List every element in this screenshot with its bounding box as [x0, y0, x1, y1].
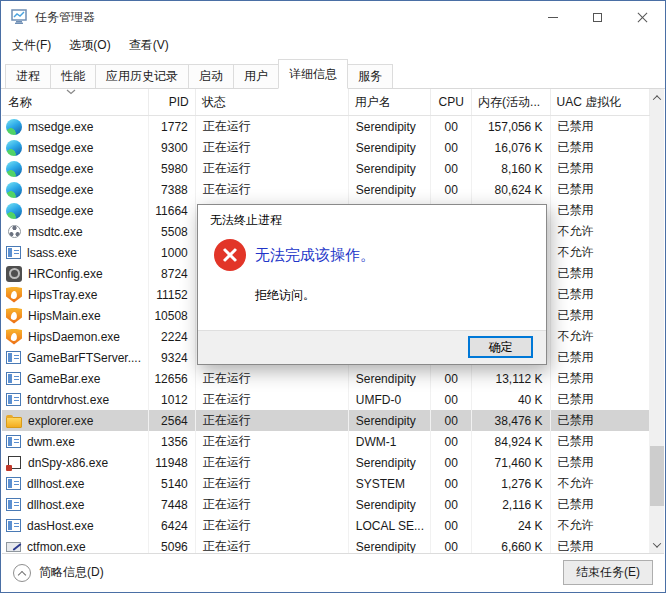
process-row[interactable]: msedge.exe5980正在运行Serendipity008,160 K已禁…	[2, 158, 650, 179]
process-row[interactable]: explorer.exe2564正在运行Serendipity0038,476 …	[2, 410, 650, 431]
cell-user: Serendipity	[349, 158, 432, 179]
process-row[interactable]: dllhost.exe5140正在运行SYSTEM001,276 K不允许	[2, 473, 650, 494]
cell-text: DWM-1	[356, 435, 397, 449]
cell-pid: 9324	[149, 347, 196, 368]
column-header-name[interactable]: 名称	[2, 89, 149, 115]
cell-text: 12656	[154, 372, 187, 386]
process-row[interactable]: GameBar.exe12656正在运行Serendipity0013,112 …	[2, 368, 650, 389]
fewer-details-toggle[interactable]: 简略信息(D)	[13, 564, 104, 582]
column-header-label: 内存(活动...	[478, 94, 540, 111]
column-header-uac[interactable]: UAC 虚拟化	[551, 89, 650, 115]
cell-text: 正在运行	[203, 391, 251, 408]
cell-text: 已禁用	[558, 265, 594, 282]
cell-name: msedge.exe	[2, 179, 149, 200]
cell-uac: 已禁用	[551, 305, 650, 326]
cell-text: Serendipity	[356, 540, 416, 554]
cell-text: ctfmon.exe	[27, 540, 86, 554]
cell-text: 不允许	[558, 223, 594, 240]
cell-uac: 已禁用	[551, 368, 650, 389]
vertical-scrollbar[interactable]	[650, 89, 664, 553]
process-row[interactable]: msedge.exe1772正在运行Serendipity00157,056 K…	[2, 116, 650, 137]
tab-app-history[interactable]: 应用历史记录	[95, 64, 189, 88]
minimize-button[interactable]	[530, 1, 575, 33]
menu-item-file[interactable]: 文件(F)	[3, 33, 60, 57]
end-task-button[interactable]: 结束任务(E)	[563, 560, 653, 585]
menu-item-view[interactable]: 查看(V)	[120, 33, 178, 57]
tab-users[interactable]: 用户	[233, 64, 279, 88]
cell-pid: 5096	[149, 536, 196, 553]
cell-status: 正在运行	[196, 368, 349, 389]
dialog-detail: 拒绝访问。	[255, 287, 315, 304]
cell-cpu: 00	[431, 452, 472, 473]
process-row[interactable]: msedge.exe7388正在运行Serendipity0080,624 K已…	[2, 179, 650, 200]
cell-text: HipsDaemon.exe	[28, 330, 120, 344]
column-header-status[interactable]: 状态	[196, 89, 349, 115]
cell-text: 2,116 K	[502, 498, 542, 512]
cell-text: 已禁用	[558, 370, 594, 387]
error-dialog: 无法终止进程 无法完成该操作。 拒绝访问。 确定	[197, 204, 547, 365]
cell-cpu: 00	[431, 515, 472, 536]
cell-text: SYSTEM	[356, 477, 405, 491]
close-button[interactable]	[620, 1, 665, 33]
tab-startup[interactable]: 启动	[188, 64, 234, 88]
cell-user: SYSTEM	[349, 473, 432, 494]
cell-status: 正在运行	[196, 494, 349, 515]
column-header-label: 名称	[8, 94, 32, 111]
edge-icon	[6, 161, 22, 177]
tab-details[interactable]: 详细信息	[278, 59, 348, 89]
cell-text: 11152	[156, 288, 188, 302]
cell-name: lsass.exe	[2, 242, 149, 263]
network-icon	[8, 225, 21, 238]
cell-pid: 11948	[149, 452, 196, 473]
tab-services[interactable]: 服务	[347, 64, 393, 88]
scrollbar-thumb[interactable]	[650, 446, 664, 506]
process-row[interactable]: dwm.exe1356正在运行DWM-10084,924 K已禁用	[2, 431, 650, 452]
scroll-up-button[interactable]	[650, 89, 664, 106]
maximize-button[interactable]	[575, 1, 620, 33]
scroll-down-button[interactable]	[650, 536, 664, 553]
cell-text: 00	[444, 435, 457, 449]
column-header-pid[interactable]: PID	[149, 89, 196, 115]
cell-text: 80,624 K	[495, 183, 543, 197]
cell-text: msdtc.exe	[28, 225, 83, 239]
title-bar: 任务管理器	[1, 1, 665, 33]
cell-text: 84,924 K	[495, 435, 543, 449]
cell-text: Serendipity	[356, 162, 416, 176]
cell-name: HRConfig.exe	[2, 263, 149, 284]
cell-name: GameBarFTServer....	[2, 347, 149, 368]
cell-mem: 13,112 K	[472, 368, 551, 389]
cell-text: 正在运行	[203, 517, 251, 534]
cell-uac: 已禁用	[551, 347, 650, 368]
cell-text: 9324	[161, 351, 188, 365]
process-row[interactable]: dllhost.exe7448正在运行Serendipity002,116 K已…	[2, 494, 650, 515]
cell-name: explorer.exe	[2, 410, 149, 431]
cell-uac: 不允许	[551, 515, 650, 536]
process-row[interactable]: dasHost.exe6424正在运行LOCAL SE...0024 K不允许	[2, 515, 650, 536]
cell-text: 7448	[161, 498, 188, 512]
cell-text: LOCAL SE...	[356, 519, 424, 533]
column-header-mem[interactable]: 内存(活动...	[472, 89, 551, 115]
cell-text: 已禁用	[558, 433, 594, 450]
cell-pid: 7388	[149, 179, 196, 200]
process-row[interactable]: msedge.exe9300正在运行Serendipity0016,076 K已…	[2, 137, 650, 158]
ok-button[interactable]: 确定	[468, 336, 533, 358]
dnspy-icon	[8, 456, 21, 469]
column-header-user[interactable]: 用户名	[349, 89, 432, 115]
process-row[interactable]: ctfmon.exe5096正在运行Serendipity006,660 K已禁…	[2, 536, 650, 553]
cell-text: 已禁用	[558, 202, 594, 219]
tab-processes[interactable]: 进程	[5, 64, 51, 88]
menu-item-options[interactable]: 选项(O)	[60, 33, 119, 57]
tab-performance[interactable]: 性能	[50, 64, 96, 88]
cell-uac: 不允许	[551, 326, 650, 347]
sort-descending-icon	[66, 89, 76, 95]
process-row[interactable]: fontdrvhost.exe1012正在运行UMFD-00040 K已禁用	[2, 389, 650, 410]
cell-text: 00	[444, 120, 457, 134]
cell-pid: 1356	[149, 431, 196, 452]
cell-pid: 5140	[149, 473, 196, 494]
column-header-cpu[interactable]: CPU	[431, 89, 472, 115]
cell-mem: 38,476 K	[472, 410, 551, 431]
close-icon	[637, 12, 648, 23]
default-icon	[6, 351, 21, 364]
cell-text: 正在运行	[203, 160, 251, 177]
process-row[interactable]: dnSpy-x86.exe11948正在运行Serendipity0071,46…	[2, 452, 650, 473]
